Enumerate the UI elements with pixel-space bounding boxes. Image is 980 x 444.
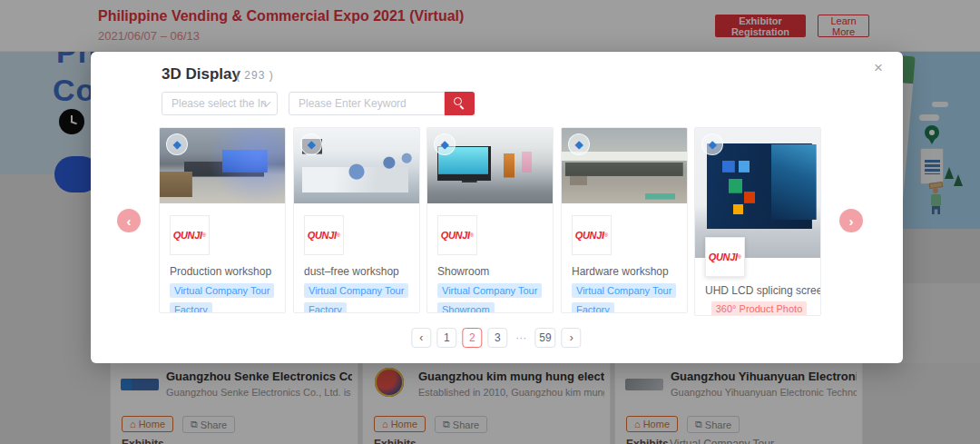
brand-text: QUNJI <box>308 230 337 241</box>
exhibit-title: Showroom <box>437 265 489 278</box>
exhibitor-logo: QUNJI® <box>572 215 612 255</box>
search-button[interactable] <box>445 92 475 115</box>
exhibitor-logo: QUNJI® <box>304 215 344 255</box>
pagination-page-2-active[interactable]: 2 <box>462 328 482 348</box>
brand-text: QUNJI <box>575 230 604 241</box>
exhibit-card[interactable]: ◆ QUNJI® Hardware workshop Virtual Compa… <box>561 127 688 313</box>
carousel-next-button[interactable]: › <box>839 209 863 232</box>
exhibitor-logo: QUNJI® <box>170 215 210 255</box>
pagination-ellipsis: ··· <box>513 328 529 348</box>
search-icon <box>454 97 462 105</box>
3d-display-modal: × 3D Display ( 293 ) ‹ › ◆ QUNJI® Produc… <box>91 52 903 363</box>
tag-virtual-company-tour: Virtual Company Tour <box>572 283 676 298</box>
exhibit-photo-showroom[interactable]: ◆ <box>427 128 553 203</box>
exhibit-tags: Virtual Company Tour Factory <box>304 281 416 313</box>
keyword-search[interactable] <box>289 92 445 115</box>
exhibit-tags: Virtual Company Tour Showroom <box>437 281 549 313</box>
tag-virtual-company-tour: Virtual Company Tour <box>304 283 408 298</box>
exhibit-photo-hardware-workshop[interactable]: ◆ <box>562 128 687 203</box>
keyword-input[interactable] <box>289 92 445 115</box>
registered-mark: ® <box>604 232 608 238</box>
registered-mark: ® <box>337 232 340 238</box>
pagination: ‹ 1 2 3 ··· 59 › <box>411 328 581 348</box>
exhibit-card[interactable]: ◆ QUNJI® UHD LCD splicing scree... 360° … <box>694 127 821 316</box>
tag-factory: Factory <box>572 302 614 313</box>
exhibit-title: dust–free workshop <box>304 265 399 278</box>
exhibit-card[interactable]: ◆ QUNJI® dust–free workshop Virtual Comp… <box>293 127 420 313</box>
registered-mark: ® <box>738 254 741 260</box>
exhibit-title: UHD LCD splicing scree... <box>705 284 821 297</box>
exhibit-card[interactable]: ◆ QUNJI® Production workshop Virtual Com… <box>159 127 286 313</box>
brand-text: QUNJI <box>441 230 470 241</box>
exhibit-photo-dust-free-workshop[interactable]: ◆ <box>294 128 419 203</box>
exhibitor-logo: QUNJI® <box>437 215 477 255</box>
pagination-page-59[interactable]: 59 <box>534 328 555 348</box>
tag-360-product-photo: 360° Product Photo <box>711 301 808 316</box>
exhibit-title: Production workshop <box>170 265 271 278</box>
exhibit-title: Hardware workshop <box>572 265 669 278</box>
panorama-360-icon: ◆ <box>568 133 590 155</box>
exhibit-tags: Virtual Company Tour Factory <box>572 281 683 313</box>
brand-text: QUNJI <box>173 230 202 241</box>
brand-text: QUNJI <box>709 252 738 262</box>
modal-title: 3D Display <box>162 65 240 84</box>
industry-select-input[interactable] <box>162 92 278 115</box>
panorama-360-icon: ◆ <box>701 133 723 155</box>
pagination-next-button[interactable]: › <box>562 328 582 348</box>
exhibitor-logo: QUNJI® <box>705 237 745 277</box>
exhibit-card[interactable]: ◆ QUNJI® Showroom Virtual Company Tour S… <box>426 127 554 313</box>
tag-factory: Factory <box>304 302 347 313</box>
tag-showroom: Showroom <box>437 302 495 313</box>
exhibit-tags: Virtual Company Tour Factory <box>170 281 281 313</box>
tag-virtual-company-tour: Virtual Company Tour <box>437 283 542 298</box>
panorama-360-icon: ◆ <box>434 133 456 155</box>
exhibit-photo-production-workshop[interactable]: ◆ <box>160 128 285 203</box>
close-icon[interactable]: × <box>874 59 883 77</box>
panorama-360-icon: ◆ <box>166 133 188 155</box>
exhibit-tags: 360° Product Photo <box>705 300 817 316</box>
registered-mark: ® <box>470 232 474 238</box>
tag-factory: Factory <box>170 302 212 313</box>
carousel-prev-button[interactable]: ‹ <box>117 209 141 232</box>
pagination-prev-button[interactable]: ‹ <box>411 328 431 348</box>
tag-virtual-company-tour: Virtual Company Tour <box>170 283 274 298</box>
pagination-page-1[interactable]: 1 <box>436 328 456 348</box>
pagination-page-3[interactable]: 3 <box>487 328 507 348</box>
industry-select[interactable] <box>162 92 278 115</box>
registered-mark: ® <box>202 232 206 238</box>
screen: Ph Co Philippine Vending & Commercial Ex… <box>0 0 980 444</box>
panorama-360-icon: ◆ <box>300 133 322 155</box>
modal-count: ( 293 ) <box>236 69 274 82</box>
